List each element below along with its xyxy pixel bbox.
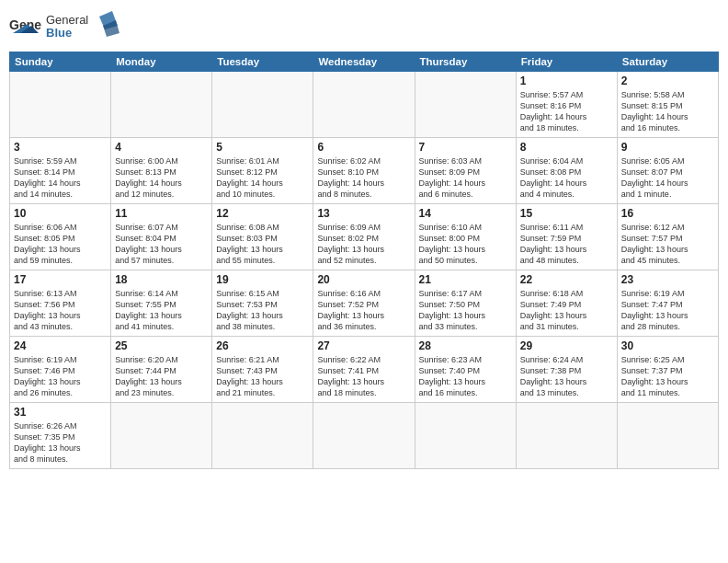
calendar-week-4: 24Sunrise: 6:19 AM Sunset: 7:46 PM Dayli… [10, 337, 719, 403]
day-info: Sunrise: 6:22 AM Sunset: 7:41 PM Dayligh… [317, 354, 410, 399]
calendar-cell: 1Sunrise: 5:57 AM Sunset: 8:16 PM Daylig… [516, 72, 617, 138]
calendar-cell: 28Sunrise: 6:23 AM Sunset: 7:40 PM Dayli… [415, 337, 516, 403]
weekday-monday: Monday [111, 52, 212, 72]
calendar-cell [212, 403, 313, 469]
calendar-cell [415, 403, 516, 469]
calendar-cell: 21Sunrise: 6:17 AM Sunset: 7:50 PM Dayli… [415, 270, 516, 337]
day-number: 12 [216, 207, 309, 220]
calendar-cell: 18Sunrise: 6:14 AM Sunset: 7:55 PM Dayli… [111, 270, 212, 337]
day-number: 30 [621, 339, 714, 352]
weekday-thursday: Thursday [415, 52, 516, 72]
day-number: 4 [115, 141, 208, 154]
day-info: Sunrise: 6:26 AM Sunset: 7:35 PM Dayligh… [14, 420, 107, 465]
calendar-cell: 16Sunrise: 6:12 AM Sunset: 7:57 PM Dayli… [617, 204, 718, 270]
day-info: Sunrise: 6:20 AM Sunset: 7:44 PM Dayligh… [115, 354, 208, 399]
day-info: Sunrise: 6:13 AM Sunset: 7:56 PM Dayligh… [14, 288, 107, 333]
day-info: Sunrise: 6:06 AM Sunset: 8:05 PM Dayligh… [14, 222, 107, 267]
day-info: Sunrise: 6:07 AM Sunset: 8:04 PM Dayligh… [115, 222, 208, 267]
calendar-cell: 13Sunrise: 6:09 AM Sunset: 8:02 PM Dayli… [313, 204, 415, 270]
calendar-week-1: 3Sunrise: 5:59 AM Sunset: 8:14 PM Daylig… [10, 138, 719, 204]
calendar-cell: 7Sunrise: 6:03 AM Sunset: 8:09 PM Daylig… [415, 138, 516, 204]
day-info: Sunrise: 5:58 AM Sunset: 8:15 PM Dayligh… [621, 89, 714, 134]
calendar-cell [415, 72, 516, 138]
weekday-sunday: Sunday [10, 52, 111, 72]
day-info: Sunrise: 6:19 AM Sunset: 7:46 PM Dayligh… [14, 354, 107, 399]
calendar-cell: 23Sunrise: 6:19 AM Sunset: 7:47 PM Dayli… [617, 270, 718, 337]
calendar-cell: 4Sunrise: 6:00 AM Sunset: 8:13 PM Daylig… [111, 138, 212, 204]
day-info: Sunrise: 6:05 AM Sunset: 8:07 PM Dayligh… [621, 155, 714, 201]
logo-text: General Blue [46, 9, 119, 46]
day-info: Sunrise: 6:04 AM Sunset: 8:08 PM Dayligh… [520, 155, 613, 201]
calendar-cell: 29Sunrise: 6:24 AM Sunset: 7:38 PM Dayli… [516, 337, 617, 403]
day-info: Sunrise: 6:23 AM Sunset: 7:40 PM Dayligh… [419, 354, 512, 399]
weekday-header-row: SundayMondayTuesdayWednesdayThursdayFrid… [10, 52, 719, 72]
calendar-cell: 8Sunrise: 6:04 AM Sunset: 8:08 PM Daylig… [516, 138, 617, 204]
calendar-cell: 22Sunrise: 6:18 AM Sunset: 7:49 PM Dayli… [516, 270, 617, 337]
svg-text:Blue: Blue [46, 26, 72, 40]
day-number: 9 [621, 141, 714, 154]
calendar-cell [10, 72, 111, 138]
day-number: 10 [14, 207, 107, 220]
day-number: 5 [216, 141, 309, 154]
day-number: 6 [317, 141, 410, 154]
day-info: Sunrise: 6:08 AM Sunset: 8:03 PM Dayligh… [216, 222, 309, 267]
day-number: 3 [14, 141, 107, 154]
calendar-cell [212, 72, 313, 138]
day-info: Sunrise: 6:19 AM Sunset: 7:47 PM Dayligh… [621, 288, 714, 333]
day-info: Sunrise: 6:03 AM Sunset: 8:09 PM Dayligh… [419, 155, 512, 201]
day-info: Sunrise: 6:12 AM Sunset: 7:57 PM Dayligh… [621, 222, 714, 267]
day-info: Sunrise: 6:01 AM Sunset: 8:12 PM Dayligh… [216, 155, 309, 201]
calendar-cell [313, 72, 415, 138]
day-number: 21 [419, 273, 512, 286]
calendar-week-5: 31Sunrise: 6:26 AM Sunset: 7:35 PM Dayli… [10, 403, 719, 469]
calendar-cell: 10Sunrise: 6:06 AM Sunset: 8:05 PM Dayli… [10, 204, 111, 270]
day-number: 25 [115, 339, 208, 352]
day-number: 7 [419, 141, 512, 154]
calendar-table: SundayMondayTuesdayWednesdayThursdayFrid… [9, 52, 719, 469]
calendar-cell [313, 403, 415, 469]
day-info: Sunrise: 5:57 AM Sunset: 8:16 PM Dayligh… [520, 89, 613, 134]
calendar-cell: 3Sunrise: 5:59 AM Sunset: 8:14 PM Daylig… [10, 138, 111, 204]
day-info: Sunrise: 6:17 AM Sunset: 7:50 PM Dayligh… [419, 288, 512, 333]
calendar-cell [111, 403, 212, 469]
calendar-cell: 15Sunrise: 6:11 AM Sunset: 7:59 PM Dayli… [516, 204, 617, 270]
day-number: 28 [419, 339, 512, 352]
day-number: 16 [621, 207, 714, 220]
calendar-cell: 17Sunrise: 6:13 AM Sunset: 7:56 PM Dayli… [10, 270, 111, 337]
calendar-week-3: 17Sunrise: 6:13 AM Sunset: 7:56 PM Dayli… [10, 270, 719, 337]
day-number: 1 [520, 75, 613, 87]
header: General General Blue [9, 9, 719, 46]
calendar-cell: 11Sunrise: 6:07 AM Sunset: 8:04 PM Dayli… [111, 204, 212, 270]
day-number: 22 [520, 273, 613, 286]
weekday-wednesday: Wednesday [313, 52, 415, 72]
day-info: Sunrise: 6:10 AM Sunset: 8:00 PM Dayligh… [419, 222, 512, 267]
day-number: 18 [115, 273, 208, 286]
calendar-cell: 25Sunrise: 6:20 AM Sunset: 7:44 PM Dayli… [111, 337, 212, 403]
day-number: 13 [317, 207, 410, 220]
day-number: 2 [621, 75, 714, 87]
day-number: 29 [520, 339, 613, 352]
calendar-cell: 24Sunrise: 6:19 AM Sunset: 7:46 PM Dayli… [10, 337, 111, 403]
day-info: Sunrise: 6:15 AM Sunset: 7:53 PM Dayligh… [216, 288, 309, 333]
day-info: Sunrise: 5:59 AM Sunset: 8:14 PM Dayligh… [14, 155, 107, 201]
calendar-cell: 20Sunrise: 6:16 AM Sunset: 7:52 PM Dayli… [313, 270, 415, 337]
day-info: Sunrise: 6:09 AM Sunset: 8:02 PM Dayligh… [317, 222, 410, 267]
calendar-cell: 27Sunrise: 6:22 AM Sunset: 7:41 PM Dayli… [313, 337, 415, 403]
day-info: Sunrise: 6:24 AM Sunset: 7:38 PM Dayligh… [520, 354, 613, 399]
day-number: 11 [115, 207, 208, 220]
day-number: 19 [216, 273, 309, 286]
day-number: 27 [317, 339, 410, 352]
calendar-week-0: 1Sunrise: 5:57 AM Sunset: 8:16 PM Daylig… [10, 72, 719, 138]
calendar-cell: 30Sunrise: 6:25 AM Sunset: 7:37 PM Dayli… [617, 337, 718, 403]
calendar-cell: 2Sunrise: 5:58 AM Sunset: 8:15 PM Daylig… [617, 72, 718, 138]
calendar-cell: 9Sunrise: 6:05 AM Sunset: 8:07 PM Daylig… [617, 138, 718, 204]
page: General General Blue SundayMondayTuesday… [0, 0, 728, 563]
day-info: Sunrise: 6:02 AM Sunset: 8:10 PM Dayligh… [317, 155, 410, 201]
day-number: 23 [621, 273, 714, 286]
day-number: 31 [14, 406, 107, 419]
calendar-cell: 5Sunrise: 6:01 AM Sunset: 8:12 PM Daylig… [212, 138, 313, 204]
day-info: Sunrise: 6:18 AM Sunset: 7:49 PM Dayligh… [520, 288, 613, 333]
weekday-tuesday: Tuesday [212, 52, 313, 72]
day-info: Sunrise: 6:25 AM Sunset: 7:37 PM Dayligh… [621, 354, 714, 399]
day-info: Sunrise: 6:21 AM Sunset: 7:43 PM Dayligh… [216, 354, 309, 399]
